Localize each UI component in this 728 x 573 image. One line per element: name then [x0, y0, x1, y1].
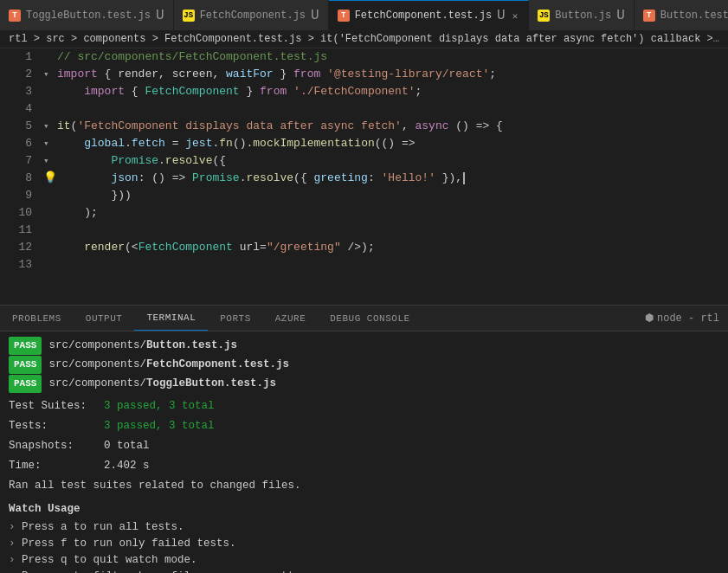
test-result-button: PASS src/components/Button.test.js — [9, 337, 719, 355]
watch-item-3: Press q to quit watch mode. — [9, 552, 719, 569]
editor-area: 1 2 3 4 5 6 7 8 9 10 11 12 13 // src/com… — [0, 48, 728, 305]
gutter-2: ▾ — [43, 66, 57, 83]
stat-time: Time: 2.402 s — [9, 458, 719, 474]
gutter-7: ▾ — [43, 152, 57, 170]
code-line-2: ▾ import { render, screen, waitFor } fro… — [43, 66, 728, 83]
stat-suites: Test Suites: 3 passed, 3 total — [9, 398, 719, 415]
code-line-3: import { FetchComponent } from './FetchC… — [43, 83, 728, 100]
code-line-5: ▾ it('FetchComponent displays data after… — [43, 118, 728, 135]
code-line-7: ▾ Promise.resolve({ — [43, 152, 728, 170]
tab-bar: T ToggleButton.test.js U JS FetchCompone… — [0, 0, 728, 30]
stat-time-value: 2.402 s — [104, 458, 150, 474]
stat-time-label: Time: — [9, 458, 104, 474]
terminal-shell-icon: ⬢ — [645, 312, 654, 325]
fold-arrow-6[interactable]: ▾ — [43, 138, 49, 149]
tab-modified-indicator: U — [497, 9, 506, 23]
test-file-icon: T — [643, 10, 655, 22]
panel-tab-output[interactable]: OUTPUT — [74, 306, 135, 331]
terminal-content[interactable]: PASS src/components/Button.test.js PASS … — [0, 332, 728, 573]
code-content-5: it('FetchComponent displays data after a… — [57, 118, 728, 135]
js-file-icon: JS — [183, 10, 195, 22]
tab-modified-indicator: U — [156, 9, 164, 23]
code-line-6: ▾ global.fetch = jest.fn().mockImplement… — [43, 135, 728, 152]
stat-snapshots-label: Snapshots: — [9, 438, 104, 454]
fold-arrow-2[interactable]: ▾ — [43, 69, 49, 80]
watch-section: Watch Usage Press a to run all tests. Pr… — [9, 501, 719, 573]
js-file-icon: JS — [538, 10, 550, 22]
fold-arrow-7[interactable]: ▾ — [43, 156, 49, 166]
tab-modified-indicator: U — [311, 9, 319, 23]
code-content-3: import { FetchComponent } from './FetchC… — [57, 83, 728, 100]
code-line-13 — [43, 256, 728, 274]
code-content-11 — [57, 222, 728, 239]
tab-fetch-component[interactable]: JS FetchComponent.js U — [174, 0, 329, 30]
gutter-8: 💡 — [43, 170, 57, 187]
test-result-toggle: PASS src/components/ToggleButton.test.js — [9, 375, 719, 393]
stat-snapshots: Snapshots: 0 total — [9, 438, 719, 454]
gutter-6: ▾ — [43, 135, 57, 152]
code-content-6: global.fetch = jest.fn().mockImplementat… — [57, 135, 728, 152]
code-content-10: ); — [57, 204, 728, 222]
code-content-9: })) — [57, 187, 728, 204]
watch-heading: Watch Usage — [9, 501, 719, 518]
tab-fetch-component-test[interactable]: T FetchComponent.test.js U ✕ — [329, 0, 530, 30]
panel-tab-problems[interactable]: PROBLEMS — [0, 306, 74, 331]
code-content-7: Promise.resolve({ — [57, 152, 728, 170]
code-content-2: import { render, screen, waitFor } from … — [57, 66, 728, 83]
panel-tab-ports[interactable]: PORTS — [208, 306, 263, 331]
test-path: src/components/Button.test.js — [48, 338, 237, 354]
panel: PROBLEMS OUTPUT TERMINAL PORTS AZURE DEB… — [0, 305, 728, 573]
test-file-icon: T — [338, 10, 350, 22]
code-content-12: render(<FetchComponent url="/greeting" /… — [57, 239, 728, 256]
hint-icon-8[interactable]: 💡 — [43, 171, 57, 184]
tab-modified-indicator: U — [616, 9, 625, 23]
stat-tests-label: Tests: — [9, 418, 104, 435]
tab-label: FetchComponent.test.js — [355, 10, 492, 22]
tab-toggle-test[interactable]: T ToggleButton.test.js U — [0, 0, 174, 30]
watch-items: Press a to run all tests. Press f to run… — [9, 519, 719, 573]
tab-label: Button.test.js — [660, 10, 728, 22]
tab-button-test[interactable]: T Button.test.js U — [635, 0, 728, 30]
tab-button[interactable]: JS Button.js U — [529, 0, 634, 30]
code-line-8: 💡 json: () => Promise.resolve({ greeting… — [43, 170, 728, 187]
terminal-shell-name: node - rtl — [657, 312, 719, 325]
tab-close-button[interactable]: ✕ — [511, 10, 520, 23]
stat-suites-value: 3 passed, 3 total — [104, 398, 215, 415]
test-path: src/components/ToggleButton.test.js — [48, 376, 276, 392]
line-numbers: 1 2 3 4 5 6 7 8 9 10 11 12 13 — [0, 48, 39, 305]
code-editor[interactable]: // src/components/FetchComponent.test.js… — [39, 48, 728, 305]
pass-badge: PASS — [9, 337, 42, 355]
gutter-5: ▾ — [43, 118, 57, 135]
code-content-8: json: () => Promise.resolve({ greeting: … — [57, 170, 728, 187]
panel-terminal-label: ⬢ node - rtl — [645, 306, 728, 331]
code-line-10: ); — [43, 204, 728, 222]
watch-item-4: Press p to filter by a filename regex pa… — [9, 569, 719, 573]
fold-arrow-5[interactable]: ▾ — [43, 121, 49, 132]
test-file-icon: T — [9, 10, 21, 22]
breadcrumb: rtl > src > components > FetchComponent.… — [0, 30, 728, 48]
code-line-4 — [43, 100, 728, 118]
panel-tab-bar: PROBLEMS OUTPUT TERMINAL PORTS AZURE DEB… — [0, 306, 728, 332]
code-line-1: // src/components/FetchComponent.test.js — [43, 48, 728, 66]
test-path: src/components/FetchComponent.test.js — [48, 357, 289, 373]
pass-badge: PASS — [9, 375, 42, 393]
code-content-4 — [57, 100, 728, 118]
test-result-fetch: PASS src/components/FetchComponent.test.… — [9, 356, 719, 374]
stat-snapshots-value: 0 total — [104, 438, 150, 454]
panel-tab-azure[interactable]: AZURE — [263, 306, 319, 331]
tab-label: Button.js — [555, 10, 611, 22]
code-line-11 — [43, 222, 728, 239]
tab-label: ToggleButton.test.js — [26, 10, 151, 22]
stat-suites-label: Test Suites: — [9, 398, 104, 415]
pass-badge: PASS — [9, 356, 42, 374]
stat-tests-value: 3 passed, 3 total — [104, 418, 215, 435]
stat-tests: Tests: 3 passed, 3 total — [9, 418, 719, 435]
watch-item-1: Press a to run all tests. — [9, 519, 719, 536]
tab-label: FetchComponent.js — [200, 10, 306, 22]
code-content-1: // src/components/FetchComponent.test.js — [57, 48, 728, 66]
ran-message: Ran all test suites related to changed f… — [9, 478, 719, 494]
panel-tab-debug-console[interactable]: DEBUG CONSOLE — [318, 306, 422, 331]
watch-item-2: Press f to run only failed tests. — [9, 536, 719, 552]
panel-tab-terminal[interactable]: TERMINAL — [134, 306, 208, 331]
stats-section: Test Suites: 3 passed, 3 total Tests: 3 … — [9, 398, 719, 474]
